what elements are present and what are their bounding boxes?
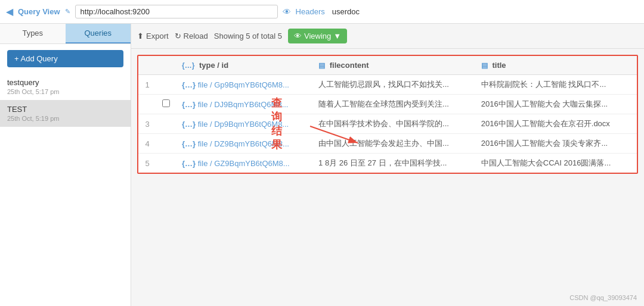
col-filecontent-label: filecontent [330,61,369,70]
id-text: file / Gp9BqmYB6tQ6M8... [198,80,289,89]
bracket-icon: {…} [182,100,196,109]
row-filecontent: 在中国科学技术协会、中国科学院的... [312,114,475,134]
col-icon-filecontent: ▤ [318,61,325,70]
row-title: 2016中国人工智能大会 顶尖专家齐... [475,134,637,154]
eye-icon[interactable]: 👁 [283,7,291,17]
headers-link[interactable]: Headers [296,7,325,16]
add-query-button[interactable]: + Add Query [7,50,123,67]
query-name: TEST [7,105,123,114]
row-num: 5 [138,154,156,173]
id-text: file / GZ9BqmYB6tQ6M8... [198,159,290,168]
edit-icon[interactable]: ✎ [65,8,70,15]
results-table-wrapper: {…} type / id ▤ filecontent ▤ title [137,55,638,174]
row-type-id[interactable]: {…} file / GZ9BqmYB6tQ6M8... [176,154,312,173]
query-view-label: Query View [18,7,60,16]
query-item-testquery[interactable]: testquery 25th Oct, 5:17 pm [0,73,131,100]
query-date: 25th Oct, 5:19 pm [7,115,123,122]
row-checkbox[interactable] [162,99,170,107]
col-title[interactable]: ▤ title [475,56,637,75]
reload-button[interactable]: ↻ Reload [175,32,208,40]
row-checkbox-cell [156,154,176,173]
query-date: 25th Oct, 5:17 pm [7,88,123,95]
viewing-label: Viewing [304,32,331,40]
index-name: userdoc [332,7,360,16]
col-icon-title: ▤ [481,61,488,70]
query-name: testquery [7,78,123,87]
id-text: file / DZ9BqmYB6tQ6M8... [198,139,289,148]
viewing-button[interactable]: 👁 Viewing ▼ [288,29,347,43]
row-title: 中科院副院长：人工智能 找风口不... [475,75,637,95]
row-checkbox-cell [156,114,176,134]
share-icon[interactable]: ◀ [6,6,13,17]
bracket-icon: {…} [182,139,196,148]
row-num: 4 [138,134,156,154]
table-row[interactable]: 3{…} file / Dp9BqmYB6tQ6M8...在中国科学技术协会、中… [138,114,637,134]
sidebar-tabs: Types Queries [0,24,131,44]
row-checkbox-cell [156,75,176,95]
url-input[interactable] [75,5,278,18]
col-title-label: title [492,61,506,70]
watermark: CSDN @qq_39093474 [569,294,637,301]
content-area: ⬆ Export ↻ Reload Showing 5 of total 5 👁… [131,24,644,306]
id-text: file / Dp9BqmYB6tQ6M8... [198,120,289,129]
sidebar: Types Queries + Add Query testquery 25th… [0,24,131,306]
export-label: Export [146,32,169,40]
toolbar: ⬆ Export ↻ Reload Showing 5 of total 5 👁… [131,24,644,49]
table-row[interactable]: 5{…} file / GZ9BqmYB6tQ6M8...1 8月 26 日至 … [138,154,637,173]
row-type-id[interactable]: {…} file / DZ9BqmYB6tQ6M8... [176,134,312,154]
col-type-id-label: type / id [199,61,228,70]
table-body: 1{…} file / Gp9BqmYB6tQ6M8...人工智能切忌跟风，找风… [138,75,637,173]
reload-label: Reload [184,32,208,40]
col-icon-type-id: {…} [182,61,194,70]
col-checkbox [156,56,176,75]
row-num: 1 [138,75,156,95]
col-type-id[interactable]: {…} type / id [176,56,312,75]
export-icon: ⬆ [137,32,144,40]
row-filecontent: 1 8月 26 日至 27 日，在中国科学技... [312,154,475,173]
query-item-test[interactable]: TEST 25th Oct, 5:19 pm [0,100,131,127]
row-filecontent: 由中国人工智能学会发起主办、中国... [312,134,475,154]
row-num: 3 [138,114,156,134]
row-title: 2016中国人工智能大会 大咖云集探... [475,95,637,114]
row-title: 中国人工智能大会CCAI 2016圆满落... [475,154,637,173]
col-num [138,56,156,75]
table-header-row: {…} type / id ▤ filecontent ▤ title [138,56,637,75]
bracket-icon: {…} [182,159,196,168]
results-table: {…} type / id ▤ filecontent ▤ title [138,56,637,173]
row-filecontent: 人工智能切忌跟风，找风口不如找关... [312,75,475,95]
top-bar: ◀ Query View ✎ 👁 Headers userdoc [0,0,644,24]
results-container: {…} type / id ▤ filecontent ▤ title [131,49,644,306]
row-title: 2016中国人工智能大会在京召开.docx [475,114,637,134]
reload-icon: ↻ [175,32,181,40]
viewing-dropdown-icon: ▼ [333,32,341,40]
table-row[interactable]: 1{…} file / Gp9BqmYB6tQ6M8...人工智能切忌跟风，找风… [138,75,637,95]
row-filecontent: 随着人工智能在全球范围内受到关注... [312,95,475,114]
id-text: file / DJ9BqmYB6tQ6M8... [198,100,289,109]
tab-types[interactable]: Types [0,24,66,43]
showing-text: Showing 5 of total 5 [214,32,282,40]
export-button[interactable]: ⬆ Export [137,32,169,40]
table-row[interactable]: {…} file / DJ9BqmYB6tQ6M8...随着人工智能在全球范围内… [138,95,637,114]
row-type-id[interactable]: {…} file / DJ9BqmYB6tQ6M8... [176,95,312,114]
tab-queries[interactable]: Queries [66,24,131,43]
table-row[interactable]: 4{…} file / DZ9BqmYB6tQ6M8...由中国人工智能学会发起… [138,134,637,154]
row-num [138,95,156,114]
row-type-id[interactable]: {…} file / Gp9BqmYB6tQ6M8... [176,75,312,95]
main-layout: Types Queries + Add Query testquery 25th… [0,24,644,306]
bracket-icon: {…} [182,80,196,89]
col-filecontent[interactable]: ▤ filecontent [312,56,475,75]
row-type-id[interactable]: {…} file / Dp9BqmYB6tQ6M8... [176,114,312,134]
row-checkbox-cell[interactable] [156,95,176,114]
bracket-icon: {…} [182,120,196,129]
row-checkbox-cell [156,134,176,154]
viewing-eye-icon: 👁 [294,32,302,40]
